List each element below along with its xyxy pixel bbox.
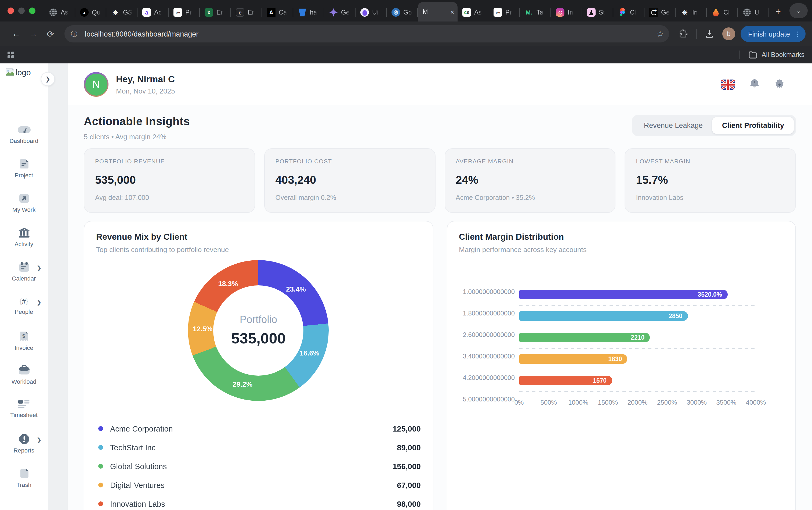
- zoom-window-button[interactable]: [29, 7, 35, 14]
- sidebar-item-invoice[interactable]: $Invoice: [0, 331, 48, 361]
- sidebar-expand-button[interactable]: ❯: [41, 72, 55, 86]
- section-subtitle: 5 clients • Avg margin 24%: [84, 133, 190, 141]
- invoice-icon: $: [19, 331, 29, 342]
- new-tab-button[interactable]: +: [769, 6, 786, 22]
- chevron-right-icon[interactable]: ❯: [37, 265, 41, 271]
- browser-tab[interactable]: ❋GS: [106, 3, 138, 22]
- tab-active[interactable]: M×: [418, 2, 457, 22]
- browser-tab[interactable]: aAc: [138, 3, 169, 22]
- forward-icon[interactable]: →: [26, 26, 41, 41]
- legend-row[interactable]: Acme Corporation125,000: [98, 419, 421, 438]
- sidebar-item-my-work[interactable]: My Work: [0, 193, 48, 224]
- notifications-bell-icon[interactable]: [749, 79, 760, 90]
- sidebar-item-label: Invoice: [14, 344, 33, 351]
- browser-tab[interactable]: CSAs: [457, 3, 489, 22]
- sidebar-item-people[interactable]: {#}People❯: [0, 296, 48, 327]
- downloads-icon[interactable]: [702, 26, 717, 41]
- browser-tab[interactable]: proPr: [169, 3, 200, 22]
- legend-value: 67,000: [397, 481, 421, 489]
- legend-value: 89,000: [397, 443, 421, 452]
- tab-search-button[interactable]: ⌄: [789, 3, 808, 18]
- tab-close-icon[interactable]: ×: [450, 8, 454, 16]
- tab-label: Cl: [630, 8, 636, 16]
- sidebar-item-timesheet[interactable]: Timesheet: [0, 399, 48, 430]
- legend-row[interactable]: Digital Ventures67,000: [98, 476, 421, 494]
- sidebar-item-dashboard[interactable]: Dashboard: [0, 124, 48, 155]
- tab-label: Go: [403, 8, 412, 16]
- chevron-right-icon[interactable]: ❯: [37, 299, 41, 305]
- donut-chart[interactable]: Portfolio 535,000 23.4%16.6%29.2%12.5%18…: [188, 260, 329, 401]
- browser-tab[interactable]: As: [44, 3, 75, 22]
- bar-3[interactable]: 2210: [519, 333, 650, 342]
- bookmarks-bar: All Bookmarks: [0, 46, 812, 63]
- bar-chart[interactable]: ‎1.0000000000000‎1.8000000000000‎2.60000…: [459, 284, 784, 407]
- browser-tab[interactable]: Cl: [707, 3, 738, 22]
- all-bookmarks[interactable]: All Bookmarks: [740, 51, 805, 59]
- settings-gear-icon[interactable]: [774, 79, 785, 90]
- bar-5[interactable]: 1570: [519, 376, 612, 385]
- sidebar-item-workload[interactable]: Workload: [0, 365, 48, 396]
- browser-tab[interactable]: ⓂGo: [387, 3, 418, 22]
- insight-tab-revenue-leakage[interactable]: Revenue Leakage: [634, 117, 712, 134]
- browser-tab[interactable]: ▲Qu: [75, 3, 106, 22]
- site-info-icon[interactable]: ⓘ: [68, 27, 81, 40]
- browser-tab[interactable]: ✦Ge: [644, 3, 675, 22]
- legend-dot: [98, 426, 103, 431]
- legend-name: Global Solutions: [110, 462, 167, 471]
- legend-row[interactable]: Innovation Labs98,000: [98, 494, 421, 510]
- globe-favicon: [49, 8, 57, 17]
- sidebar-item-trash[interactable]: Trash: [0, 468, 48, 499]
- apps-grid-icon[interactable]: [7, 52, 14, 58]
- legend-row[interactable]: TechStart Inc89,000: [98, 438, 421, 457]
- language-flag-uk[interactable]: [721, 79, 735, 89]
- legend-name: TechStart Inc: [110, 443, 155, 452]
- back-icon[interactable]: ←: [8, 26, 24, 41]
- browser-tab[interactable]: U: [738, 3, 769, 22]
- gridline: [519, 327, 756, 327]
- sidebar-item-calendar[interactable]: Calendar❯: [0, 262, 48, 292]
- browser-tab[interactable]: Ge: [324, 3, 356, 22]
- bar-2[interactable]: 2850: [519, 311, 688, 321]
- stat-sub: Acme Corporation • 35.2%: [456, 194, 604, 201]
- browser-tab[interactable]: xEr: [200, 3, 231, 22]
- flask-favicon: [587, 8, 596, 17]
- legend-row[interactable]: Global Solutions156,000: [98, 457, 421, 476]
- bookmark-star-icon[interactable]: ☆: [657, 29, 664, 39]
- greeting-text: Hey, Nirmal C: [116, 74, 175, 85]
- tab-label: Qu: [92, 8, 100, 16]
- revenue-mix-subtitle: Top clients contributing to portfolio re…: [96, 246, 421, 254]
- browser-tab[interactable]: In: [551, 3, 582, 22]
- browser-tab[interactable]: eEr: [231, 3, 262, 22]
- address-bar[interactable]: ⓘ localhost:8080/dashboard/manager ☆: [64, 25, 669, 42]
- timesheet-icon: [17, 399, 31, 409]
- bar-1[interactable]: 3520.0%: [519, 290, 727, 299]
- extensions-icon[interactable]: [675, 26, 691, 41]
- browser-tab[interactable]: Cl: [613, 3, 644, 22]
- sidebar-item-project[interactable]: Project: [0, 159, 48, 189]
- bar-4[interactable]: 1830: [519, 354, 628, 364]
- minimize-window-button[interactable]: [18, 7, 25, 14]
- profile-avatar[interactable]: b: [722, 27, 735, 40]
- browser-tab[interactable]: ❋In: [675, 3, 707, 22]
- sidebar-item-label: Project: [15, 172, 33, 178]
- browser-tab[interactable]: ΔCa: [262, 3, 293, 22]
- tab-label: As: [474, 8, 482, 16]
- finish-update-button[interactable]: Finish update ⋮: [741, 26, 806, 42]
- browser-tab[interactable]: St: [582, 3, 613, 22]
- url-text[interactable]: localhost:8080/dashboard/manager: [85, 30, 657, 38]
- app-logo-broken-image: logo: [0, 63, 48, 77]
- bookmarks-divider: [740, 51, 740, 59]
- sidebar-item-reports[interactable]: Reports❯: [0, 434, 48, 464]
- browser-tab[interactable]: ha: [293, 3, 324, 22]
- user-avatar[interactable]: N: [84, 72, 109, 97]
- finish-update-label: Finish update: [748, 30, 790, 38]
- browser-tab[interactable]: M.Ta: [520, 3, 551, 22]
- reload-icon[interactable]: ⟳: [43, 26, 58, 41]
- browser-menu-icon[interactable]: ⋮: [794, 30, 802, 38]
- insight-tab-client-profitability[interactable]: Client Profitability: [712, 117, 794, 134]
- chevron-right-icon[interactable]: ❯: [37, 437, 41, 443]
- close-window-button[interactable]: [7, 7, 14, 14]
- browser-tab[interactable]: proPr: [489, 3, 520, 22]
- sidebar-item-activity[interactable]: Activity: [0, 227, 48, 258]
- browser-tab[interactable]: Ui: [356, 3, 387, 22]
